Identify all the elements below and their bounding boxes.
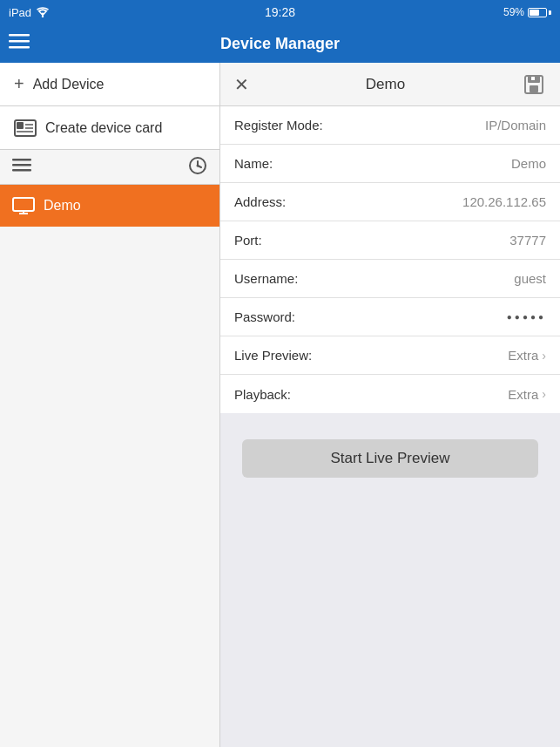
add-device-label: Add Device <box>33 77 105 92</box>
main-layout: + Add Device Create device card <box>0 63 560 747</box>
status-bar-right: 59% <box>503 6 551 18</box>
svg-rect-22 <box>531 77 535 80</box>
create-device-card-button[interactable]: Create device card <box>0 106 219 150</box>
plus-icon: + <box>14 74 24 94</box>
sidebar-toolbar <box>0 150 219 185</box>
sidebar: + Add Device Create device card <box>0 63 220 747</box>
svg-rect-10 <box>12 164 31 166</box>
address-label: Address: <box>234 194 286 209</box>
password-row[interactable]: Password: ●●●●● <box>220 298 560 336</box>
detail-action-area: Start Live Preview <box>220 413 560 504</box>
register-mode-label: Register Mode: <box>234 118 323 132</box>
name-label: Name: <box>234 156 273 171</box>
password-value: ●●●●● <box>507 312 546 322</box>
sidebar-hamburger-button[interactable] <box>12 159 31 176</box>
detail-header: ✕ Demo <box>220 63 560 106</box>
svg-rect-1 <box>9 34 30 37</box>
battery-percent: 59% <box>503 6 524 18</box>
detail-save-button[interactable] <box>522 72 546 97</box>
live-preview-value: Extra › <box>508 348 546 363</box>
password-label: Password: <box>234 309 295 324</box>
name-value: Demo <box>511 156 546 171</box>
playback-label: Playback: <box>234 387 291 402</box>
demo-device-label: Demo <box>44 198 81 214</box>
detail-close-button[interactable]: ✕ <box>234 76 249 93</box>
playback-row[interactable]: Playback: Extra › <box>220 375 560 413</box>
svg-rect-16 <box>13 198 34 211</box>
device-form: Register Mode: IP/Domain Name: Demo Addr… <box>220 106 560 413</box>
register-mode-row: Register Mode: IP/Domain <box>220 106 560 145</box>
svg-rect-11 <box>12 169 31 172</box>
port-row[interactable]: Port: 37777 <box>220 221 560 260</box>
time-label: 19:28 <box>265 5 295 19</box>
svg-rect-3 <box>9 46 30 49</box>
svg-rect-21 <box>530 85 538 92</box>
svg-point-0 <box>42 16 44 17</box>
status-bar-left: iPad <box>9 6 50 19</box>
sidebar-clock-button[interactable] <box>188 156 207 179</box>
status-bar: iPad 19:28 59% <box>0 0 560 24</box>
svg-rect-5 <box>17 122 24 129</box>
svg-rect-2 <box>9 40 30 43</box>
app-title: Device Manager <box>220 35 340 53</box>
battery-icon <box>528 8 551 17</box>
username-label: Username: <box>234 271 298 286</box>
live-preview-chevron-icon: › <box>542 349 546 363</box>
start-live-preview-button[interactable]: Start Live Preview <box>242 439 538 478</box>
wifi-icon <box>36 7 50 17</box>
sidebar-item-demo[interactable]: Demo <box>0 185 219 227</box>
svg-rect-9 <box>12 159 31 161</box>
add-device-button[interactable]: + Add Device <box>0 63 219 106</box>
live-preview-row[interactable]: Live Preview: Extra › <box>220 336 560 375</box>
detail-title: Demo <box>366 76 405 93</box>
username-row[interactable]: Username: guest <box>220 260 560 298</box>
address-value: 120.26.112.65 <box>462 194 546 209</box>
card-icon <box>14 119 37 137</box>
register-mode-value: IP/Domain <box>485 118 546 132</box>
hamburger-icon <box>12 159 31 173</box>
address-row[interactable]: Address: 120.26.112.65 <box>220 183 560 221</box>
detail-panel: ✕ Demo Register Mode: IP/Domain Name: De… <box>220 63 560 747</box>
name-row[interactable]: Name: Demo <box>220 145 560 183</box>
port-label: Port: <box>234 233 262 248</box>
carrier-label: iPad <box>9 6 31 19</box>
port-value: 37777 <box>509 233 546 248</box>
playback-value: Extra › <box>508 387 546 402</box>
clock-icon <box>188 156 207 175</box>
device-icon <box>12 197 35 214</box>
create-device-card-label: Create device card <box>45 120 162 136</box>
svg-point-15 <box>197 164 199 166</box>
username-value: guest <box>514 271 546 286</box>
nav-bar: Device Manager <box>0 24 560 63</box>
save-icon <box>523 74 544 95</box>
live-preview-label: Live Preview: <box>234 348 312 363</box>
playback-chevron-icon: › <box>542 387 546 401</box>
menu-button[interactable] <box>9 34 30 54</box>
